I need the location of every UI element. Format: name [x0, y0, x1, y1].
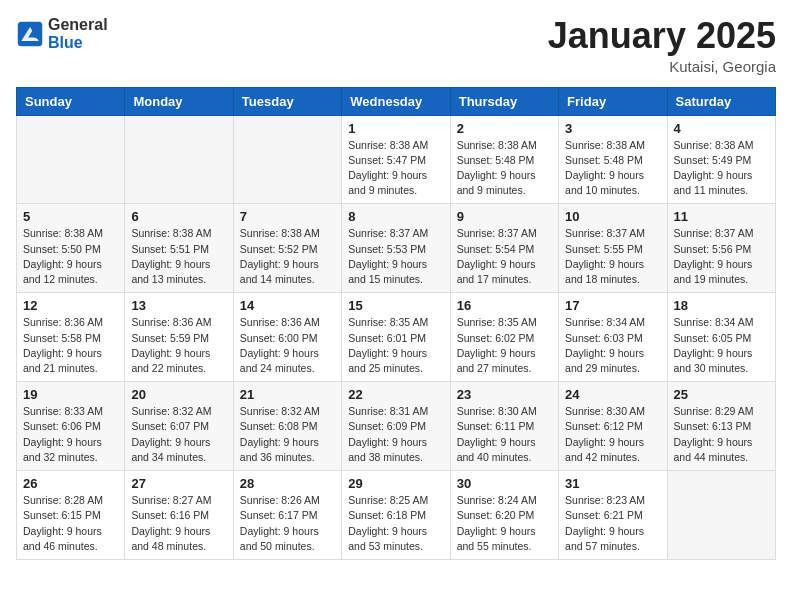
calendar-cell: 22Sunrise: 8:31 AM Sunset: 6:09 PM Dayli…: [342, 382, 450, 471]
calendar-week-4: 19Sunrise: 8:33 AM Sunset: 6:06 PM Dayli…: [17, 382, 776, 471]
day-info: Sunrise: 8:38 AM Sunset: 5:52 PM Dayligh…: [240, 226, 335, 287]
day-number: 29: [348, 476, 443, 491]
day-info: Sunrise: 8:37 AM Sunset: 5:54 PM Dayligh…: [457, 226, 552, 287]
calendar-week-3: 12Sunrise: 8:36 AM Sunset: 5:58 PM Dayli…: [17, 293, 776, 382]
logo: General Blue: [16, 16, 108, 52]
calendar-table: SundayMondayTuesdayWednesdayThursdayFrid…: [16, 87, 776, 560]
calendar-cell: 3Sunrise: 8:38 AM Sunset: 5:48 PM Daylig…: [559, 115, 667, 204]
day-number: 25: [674, 387, 769, 402]
day-info: Sunrise: 8:38 AM Sunset: 5:47 PM Dayligh…: [348, 138, 443, 199]
calendar-cell: 31Sunrise: 8:23 AM Sunset: 6:21 PM Dayli…: [559, 471, 667, 560]
calendar-cell: 12Sunrise: 8:36 AM Sunset: 5:58 PM Dayli…: [17, 293, 125, 382]
day-number: 6: [131, 209, 226, 224]
day-number: 19: [23, 387, 118, 402]
calendar-cell: 7Sunrise: 8:38 AM Sunset: 5:52 PM Daylig…: [233, 204, 341, 293]
calendar-cell: 16Sunrise: 8:35 AM Sunset: 6:02 PM Dayli…: [450, 293, 558, 382]
day-number: 10: [565, 209, 660, 224]
day-info: Sunrise: 8:29 AM Sunset: 6:13 PM Dayligh…: [674, 404, 769, 465]
day-number: 27: [131, 476, 226, 491]
calendar-cell: 9Sunrise: 8:37 AM Sunset: 5:54 PM Daylig…: [450, 204, 558, 293]
calendar-cell: 26Sunrise: 8:28 AM Sunset: 6:15 PM Dayli…: [17, 471, 125, 560]
calendar-cell: [17, 115, 125, 204]
day-info: Sunrise: 8:26 AM Sunset: 6:17 PM Dayligh…: [240, 493, 335, 554]
day-info: Sunrise: 8:38 AM Sunset: 5:51 PM Dayligh…: [131, 226, 226, 287]
calendar-cell: [233, 115, 341, 204]
calendar-cell: 23Sunrise: 8:30 AM Sunset: 6:11 PM Dayli…: [450, 382, 558, 471]
day-number: 13: [131, 298, 226, 313]
weekday-header-wednesday: Wednesday: [342, 87, 450, 115]
day-info: Sunrise: 8:37 AM Sunset: 5:55 PM Dayligh…: [565, 226, 660, 287]
day-number: 28: [240, 476, 335, 491]
day-info: Sunrise: 8:34 AM Sunset: 6:03 PM Dayligh…: [565, 315, 660, 376]
calendar-cell: [125, 115, 233, 204]
day-number: 8: [348, 209, 443, 224]
day-info: Sunrise: 8:37 AM Sunset: 5:53 PM Dayligh…: [348, 226, 443, 287]
title-section: January 2025 Kutaisi, Georgia: [548, 16, 776, 75]
weekday-header-tuesday: Tuesday: [233, 87, 341, 115]
day-info: Sunrise: 8:36 AM Sunset: 6:00 PM Dayligh…: [240, 315, 335, 376]
calendar-cell: 20Sunrise: 8:32 AM Sunset: 6:07 PM Dayli…: [125, 382, 233, 471]
day-info: Sunrise: 8:35 AM Sunset: 6:02 PM Dayligh…: [457, 315, 552, 376]
day-number: 9: [457, 209, 552, 224]
day-number: 17: [565, 298, 660, 313]
day-info: Sunrise: 8:36 AM Sunset: 5:59 PM Dayligh…: [131, 315, 226, 376]
day-info: Sunrise: 8:38 AM Sunset: 5:49 PM Dayligh…: [674, 138, 769, 199]
calendar-cell: 28Sunrise: 8:26 AM Sunset: 6:17 PM Dayli…: [233, 471, 341, 560]
page-header: General Blue January 2025 Kutaisi, Georg…: [16, 16, 776, 75]
weekday-header-sunday: Sunday: [17, 87, 125, 115]
calendar-cell: 29Sunrise: 8:25 AM Sunset: 6:18 PM Dayli…: [342, 471, 450, 560]
day-number: 16: [457, 298, 552, 313]
day-info: Sunrise: 8:32 AM Sunset: 6:07 PM Dayligh…: [131, 404, 226, 465]
calendar-week-2: 5Sunrise: 8:38 AM Sunset: 5:50 PM Daylig…: [17, 204, 776, 293]
calendar-cell: 17Sunrise: 8:34 AM Sunset: 6:03 PM Dayli…: [559, 293, 667, 382]
weekday-header-thursday: Thursday: [450, 87, 558, 115]
calendar-cell: 24Sunrise: 8:30 AM Sunset: 6:12 PM Dayli…: [559, 382, 667, 471]
day-number: 18: [674, 298, 769, 313]
logo-general: General: [48, 16, 108, 33]
day-number: 23: [457, 387, 552, 402]
day-number: 22: [348, 387, 443, 402]
day-info: Sunrise: 8:34 AM Sunset: 6:05 PM Dayligh…: [674, 315, 769, 376]
calendar-week-1: 1Sunrise: 8:38 AM Sunset: 5:47 PM Daylig…: [17, 115, 776, 204]
day-number: 2: [457, 121, 552, 136]
calendar-cell: 8Sunrise: 8:37 AM Sunset: 5:53 PM Daylig…: [342, 204, 450, 293]
day-info: Sunrise: 8:25 AM Sunset: 6:18 PM Dayligh…: [348, 493, 443, 554]
weekday-header-monday: Monday: [125, 87, 233, 115]
calendar-cell: 10Sunrise: 8:37 AM Sunset: 5:55 PM Dayli…: [559, 204, 667, 293]
calendar-cell: 19Sunrise: 8:33 AM Sunset: 6:06 PM Dayli…: [17, 382, 125, 471]
weekday-header-saturday: Saturday: [667, 87, 775, 115]
day-info: Sunrise: 8:24 AM Sunset: 6:20 PM Dayligh…: [457, 493, 552, 554]
day-info: Sunrise: 8:30 AM Sunset: 6:11 PM Dayligh…: [457, 404, 552, 465]
day-number: 4: [674, 121, 769, 136]
day-info: Sunrise: 8:35 AM Sunset: 6:01 PM Dayligh…: [348, 315, 443, 376]
calendar-cell: 2Sunrise: 8:38 AM Sunset: 5:48 PM Daylig…: [450, 115, 558, 204]
day-info: Sunrise: 8:38 AM Sunset: 5:50 PM Dayligh…: [23, 226, 118, 287]
day-number: 21: [240, 387, 335, 402]
day-info: Sunrise: 8:32 AM Sunset: 6:08 PM Dayligh…: [240, 404, 335, 465]
day-number: 12: [23, 298, 118, 313]
day-number: 26: [23, 476, 118, 491]
day-info: Sunrise: 8:28 AM Sunset: 6:15 PM Dayligh…: [23, 493, 118, 554]
calendar-cell: 18Sunrise: 8:34 AM Sunset: 6:05 PM Dayli…: [667, 293, 775, 382]
calendar-week-5: 26Sunrise: 8:28 AM Sunset: 6:15 PM Dayli…: [17, 471, 776, 560]
calendar-cell: 6Sunrise: 8:38 AM Sunset: 5:51 PM Daylig…: [125, 204, 233, 293]
day-number: 15: [348, 298, 443, 313]
day-info: Sunrise: 8:31 AM Sunset: 6:09 PM Dayligh…: [348, 404, 443, 465]
day-info: Sunrise: 8:38 AM Sunset: 5:48 PM Dayligh…: [457, 138, 552, 199]
calendar-cell: 25Sunrise: 8:29 AM Sunset: 6:13 PM Dayli…: [667, 382, 775, 471]
day-number: 11: [674, 209, 769, 224]
calendar-cell: 27Sunrise: 8:27 AM Sunset: 6:16 PM Dayli…: [125, 471, 233, 560]
day-info: Sunrise: 8:30 AM Sunset: 6:12 PM Dayligh…: [565, 404, 660, 465]
calendar-cell: 13Sunrise: 8:36 AM Sunset: 5:59 PM Dayli…: [125, 293, 233, 382]
day-number: 31: [565, 476, 660, 491]
calendar-cell: 30Sunrise: 8:24 AM Sunset: 6:20 PM Dayli…: [450, 471, 558, 560]
logo-icon: [16, 20, 44, 48]
calendar-cell: 1Sunrise: 8:38 AM Sunset: 5:47 PM Daylig…: [342, 115, 450, 204]
month-title: January 2025: [548, 16, 776, 56]
calendar-cell: 14Sunrise: 8:36 AM Sunset: 6:00 PM Dayli…: [233, 293, 341, 382]
location: Kutaisi, Georgia: [548, 58, 776, 75]
day-number: 24: [565, 387, 660, 402]
logo-blue: Blue: [48, 34, 83, 51]
calendar-cell: 15Sunrise: 8:35 AM Sunset: 6:01 PM Dayli…: [342, 293, 450, 382]
day-number: 14: [240, 298, 335, 313]
